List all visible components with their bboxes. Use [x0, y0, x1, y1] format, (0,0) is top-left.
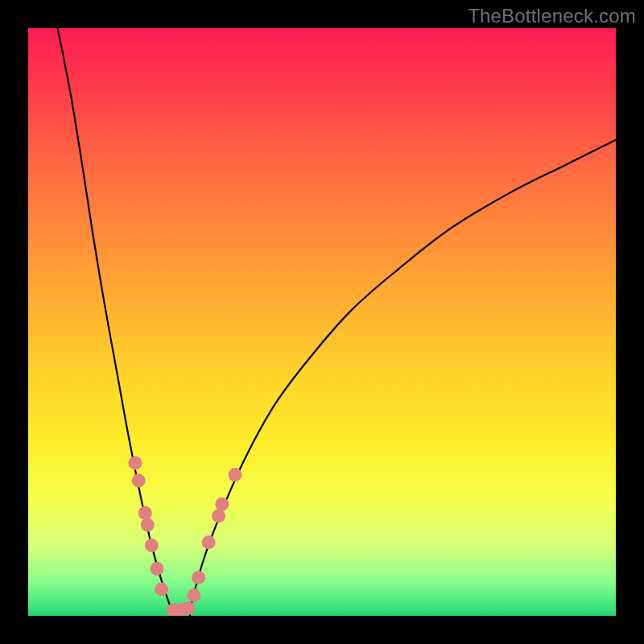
data-marker	[128, 456, 142, 470]
data-marker	[138, 506, 152, 520]
chart-frame: TheBottleneck.com	[0, 0, 644, 644]
marker-group	[128, 456, 242, 616]
right-curve	[190, 140, 616, 616]
data-marker	[215, 497, 229, 511]
data-marker	[132, 474, 146, 488]
chart-svg	[28, 28, 616, 616]
plot-area	[28, 28, 616, 616]
left-curve	[58, 28, 175, 616]
data-marker	[229, 468, 242, 481]
data-marker	[141, 518, 155, 531]
data-marker	[202, 535, 216, 549]
data-marker	[192, 571, 205, 584]
data-marker	[187, 588, 200, 602]
data-marker	[150, 562, 163, 576]
data-marker	[155, 583, 168, 597]
data-marker	[212, 509, 225, 522]
data-marker	[181, 601, 195, 615]
brand-watermark: TheBottleneck.com	[468, 5, 636, 27]
data-marker	[145, 539, 159, 552]
